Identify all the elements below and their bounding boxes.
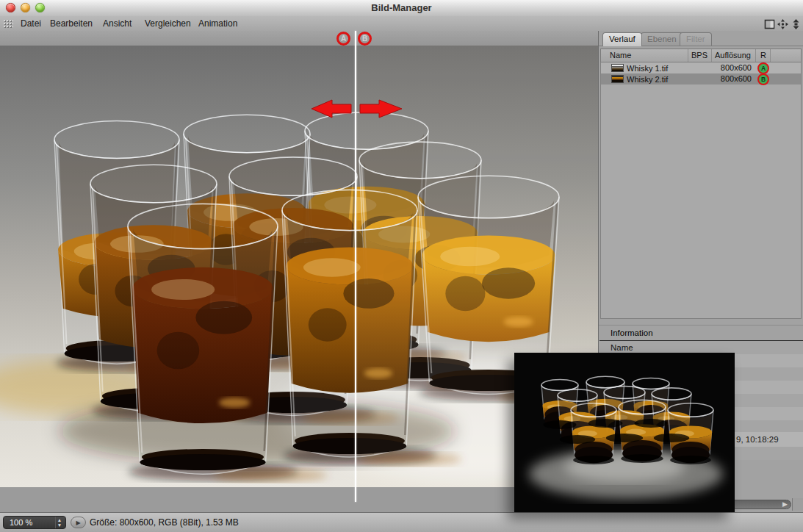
annotation-arrow-right-icon xyxy=(360,100,402,118)
panel-splitter[interactable] xyxy=(599,325,803,326)
column-filler xyxy=(771,49,801,62)
zoom-level-select[interactable]: 100 % ▲▼ xyxy=(3,516,66,529)
annotation-arrow-left-icon xyxy=(312,100,351,118)
collapse-expand-icon[interactable] xyxy=(791,19,802,29)
column-r[interactable]: R xyxy=(756,49,771,62)
status-bar: 100 % ▲▼ ▶ Größe: 800x600, RGB (8Bit), 1… xyxy=(0,512,803,532)
image-thumbnail-icon xyxy=(611,75,624,83)
compare-badge-a[interactable]: A xyxy=(757,62,769,74)
zoom-stepper-icon[interactable]: ▲▼ xyxy=(55,517,63,528)
menu-animation[interactable]: Animation xyxy=(198,18,237,29)
compare-strip: A B xyxy=(0,31,598,46)
tab-ebenen[interactable]: Ebenen xyxy=(641,32,683,46)
row-resolution: 800x600 xyxy=(712,62,756,73)
comparison-image[interactable] xyxy=(0,46,598,487)
column-bps[interactable]: BPS xyxy=(688,49,712,62)
app-window: Bild-Manager Datei Bearbeiten Ansicht Ve… xyxy=(0,0,803,532)
row-filename: Whisky 2.tif xyxy=(627,75,668,84)
table-row-whisky2[interactable]: Whisky 2.tif 800x600 B xyxy=(601,73,801,85)
history-list: Whisky 1.tif 800x600 A Whisky 2.tif 800x… xyxy=(600,62,802,319)
tab-filter[interactable]: Filter xyxy=(680,32,712,46)
image-thumbnail-icon xyxy=(611,64,624,72)
whisky-render xyxy=(0,46,598,487)
image-size-status: Größe: 800x600, RGB (8Bit), 1.53 MB xyxy=(90,517,239,528)
compare-badge-b[interactable]: B xyxy=(757,73,769,85)
tab-verlauf[interactable]: Verlauf xyxy=(602,32,642,46)
compare-marker-b[interactable]: B xyxy=(358,32,372,46)
panel-resize-grip[interactable] xyxy=(792,498,803,511)
menu-ansicht[interactable]: Ansicht xyxy=(103,18,132,29)
image-preview-popup[interactable] xyxy=(514,353,735,512)
menu-bearbeiten[interactable]: Bearbeiten xyxy=(50,18,93,29)
pan-move-icon[interactable] xyxy=(777,19,788,29)
panel-tab-bar: Verlauf Ebenen Filter xyxy=(599,32,803,46)
scroll-right-arrow-icon[interactable]: ▶ xyxy=(782,500,788,508)
menu-datei[interactable]: Datei xyxy=(21,18,41,29)
information-title: Information xyxy=(611,328,653,337)
image-viewer: A B xyxy=(0,31,598,512)
history-table-header: Name BPS Auflösung R xyxy=(600,48,802,62)
compare-split-line[interactable] xyxy=(355,31,356,502)
whisky-dark-preview xyxy=(514,353,735,512)
compare-marker-a[interactable]: A xyxy=(336,32,350,46)
zoom-level-value: 100 % xyxy=(10,518,32,527)
viewer-bottom-strip xyxy=(0,487,598,512)
menu-bar: Datei Bearbeiten Ansicht Vergleichen Ani… xyxy=(0,16,803,32)
drag-grip-icon[interactable] xyxy=(3,19,13,28)
row-resolution: 800x600 xyxy=(712,73,756,85)
window-title: Bild-Manager xyxy=(0,2,803,13)
table-row-whisky1[interactable]: Whisky 1.tif 800x600 A xyxy=(601,62,801,73)
panel-layout-icon[interactable] xyxy=(764,19,775,29)
menu-vergleichen[interactable]: Vergleichen xyxy=(145,18,191,29)
title-bar: Bild-Manager xyxy=(0,0,803,17)
datetime-value: 9, 10:18:29 xyxy=(736,432,779,447)
row-filename: Whisky 1.tif xyxy=(627,64,668,73)
play-button[interactable]: ▶ xyxy=(71,517,86,528)
column-name[interactable]: Name xyxy=(601,49,688,62)
column-aufloesung[interactable]: Auflösung xyxy=(712,49,756,62)
